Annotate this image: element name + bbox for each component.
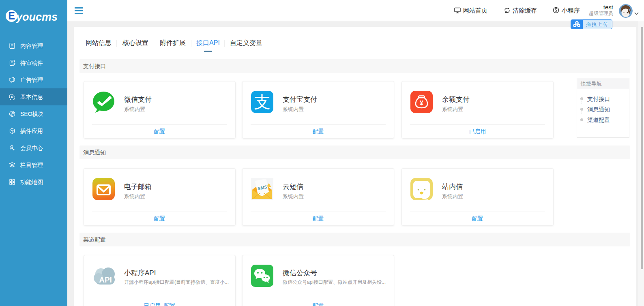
svg-text:API: API [99, 276, 112, 284]
svg-text:¥: ¥ [420, 100, 423, 107]
svg-text:支: 支 [254, 93, 270, 111]
